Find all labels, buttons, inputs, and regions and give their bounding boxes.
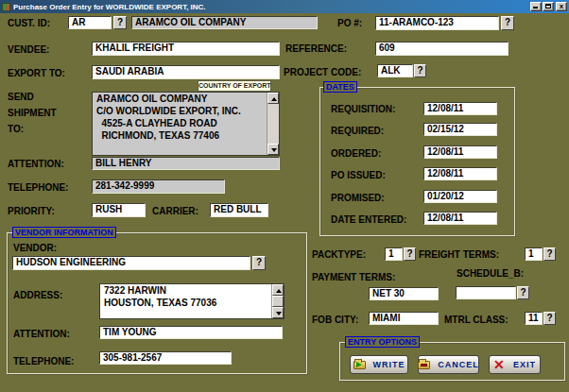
exit-button[interactable]: ✕EXIT bbox=[489, 355, 541, 374]
scroll-up-button[interactable] bbox=[267, 93, 279, 104]
ordered-label: ORDERED: bbox=[331, 148, 381, 159]
attention-field: BILL HENRY bbox=[92, 157, 280, 170]
cust-id-input[interactable]: AR bbox=[68, 16, 112, 29]
date-entered-label: DATE ENTERED: bbox=[331, 214, 406, 225]
payment-terms-label: PAYMENT TERMS: bbox=[312, 272, 395, 282]
po-issued-label: PO ISSUED: bbox=[331, 170, 386, 180]
address-scrollbar[interactable] bbox=[271, 284, 284, 318]
shipment-scrollbar[interactable] bbox=[267, 93, 279, 155]
close-button[interactable]: x bbox=[556, 2, 567, 11]
vendor-label: VENDOR: bbox=[13, 243, 57, 253]
schedule-b-input[interactable] bbox=[456, 286, 516, 299]
reference-input[interactable]: 609 bbox=[375, 42, 509, 56]
schedule-b-help-button[interactable]: ? bbox=[517, 286, 529, 299]
telephone-field: 281-342-9999 bbox=[92, 179, 225, 194]
packtype-label: PACKTYPE: bbox=[312, 249, 366, 260]
carrier-input[interactable]: RED BULL bbox=[210, 203, 268, 217]
send-shipment-label-3: TO: bbox=[8, 124, 24, 134]
send-shipment-label-2: SHIPMENT bbox=[8, 108, 57, 118]
write-button[interactable]: WRITE bbox=[350, 355, 408, 374]
promised-label: PROMISED: bbox=[331, 193, 385, 203]
payment-terms-input[interactable]: NET 30 bbox=[369, 287, 439, 300]
address-scroll-thumb[interactable] bbox=[272, 296, 284, 307]
scroll-down-button[interactable] bbox=[267, 144, 279, 155]
vendor-attention-label: ATTENTION: bbox=[13, 329, 70, 339]
freight-terms-input[interactable]: 1 bbox=[525, 247, 543, 261]
export-to-label: EXPORT TO: bbox=[8, 68, 65, 78]
mtrl-class-label: MTRL CLASS: bbox=[444, 315, 509, 325]
project-code-input[interactable]: ALK bbox=[377, 64, 413, 77]
po-number-input[interactable]: 11-ARAMCO-123 bbox=[375, 16, 499, 30]
exit-icon: ✕ bbox=[493, 360, 507, 370]
vendor-group-title: VENDOR INFORMATION bbox=[12, 227, 116, 238]
project-code-label: PROJECT CODE: bbox=[284, 67, 361, 77]
priority-input[interactable]: RUSH bbox=[92, 203, 146, 217]
purchase-order-window: Purchase Order Entry for WORLDWIDE EXPOR… bbox=[0, 0, 569, 392]
send-shipment-textarea[interactable]: ARAMCO OIL COMPANY C/O WORLDWIDE EXPORT,… bbox=[92, 92, 280, 156]
packtype-input[interactable]: 1 bbox=[385, 247, 403, 261]
requisition-label: REQUISITION: bbox=[331, 104, 395, 114]
packtype-help-button[interactable]: ? bbox=[404, 247, 416, 261]
freight-terms-help-button[interactable]: ? bbox=[543, 247, 556, 261]
close-icon: x bbox=[557, 2, 566, 10]
carrier-label: CARRIER: bbox=[152, 206, 198, 216]
po-number-label: PO #: bbox=[337, 18, 362, 28]
address-textarea[interactable]: 7322 HARWIN HOUSTON, TEXAS 77036 bbox=[99, 283, 284, 319]
send-shipment-label-1: SEND bbox=[8, 92, 34, 102]
vendor-telephone-label: TELEPHONE: bbox=[13, 356, 74, 366]
address-scroll-up[interactable] bbox=[272, 284, 284, 296]
fob-city-input[interactable]: MIAMI bbox=[369, 312, 439, 325]
entry-options-title: ENTRY OPTIONS bbox=[345, 336, 420, 348]
po-number-help-button[interactable]: ? bbox=[501, 16, 514, 30]
cancel-button[interactable]: CANCEL bbox=[418, 355, 479, 374]
freight-terms-label: FREIGHT TERMS: bbox=[419, 249, 499, 260]
address-scroll-down[interactable] bbox=[272, 307, 284, 318]
app-icon bbox=[2, 3, 10, 11]
cust-id-help-button[interactable]: ? bbox=[113, 16, 127, 29]
vendor-attention-input[interactable]: TIM YOUNG bbox=[99, 326, 283, 339]
schedule-b-label: SCHEDULE_B: bbox=[457, 268, 524, 279]
vendor-help-button[interactable]: ? bbox=[252, 256, 266, 270]
ordered-input[interactable]: 12/08/11 bbox=[423, 145, 497, 159]
restore-button[interactable] bbox=[543, 2, 554, 11]
dates-group-title: DATES bbox=[323, 81, 357, 93]
window-title: Purchase Order Entry for WORLDWIDE EXPOR… bbox=[13, 3, 206, 11]
po-issued-input[interactable]: 12/08/11 bbox=[423, 167, 497, 180]
cancel-icon bbox=[418, 360, 431, 370]
mtrl-class-input[interactable]: 11 bbox=[525, 312, 543, 325]
promised-input[interactable]: 01/20/12 bbox=[423, 190, 497, 203]
minimize-button[interactable] bbox=[530, 2, 542, 11]
title-bar: Purchase Order Entry for WORLDWIDE EXPOR… bbox=[0, 0, 569, 13]
cust-company-field: ARAMCO OIL COMPANY bbox=[131, 16, 318, 29]
required-label: REQUIRED: bbox=[331, 126, 384, 136]
address-label: ADDRESS: bbox=[13, 290, 62, 300]
minimize-icon bbox=[533, 7, 538, 9]
vendee-input[interactable]: KHALIL FREIGHT bbox=[92, 42, 280, 56]
priority-label: PRIORITY: bbox=[8, 206, 55, 216]
vendor-telephone-input[interactable]: 305-981-2567 bbox=[99, 351, 232, 365]
vendee-label: VENDEE: bbox=[8, 44, 49, 55]
vendor-input[interactable]: HUDSON ENGINEERING bbox=[12, 256, 250, 270]
write-icon bbox=[353, 360, 367, 370]
attention-label: ATTENTION: bbox=[8, 159, 64, 169]
export-to-input[interactable]: SAUDI ARABIA bbox=[92, 65, 280, 79]
date-entered-input[interactable]: 12/08/11 bbox=[423, 212, 497, 225]
required-input[interactable]: 02/15/12 bbox=[423, 123, 497, 136]
telephone-label: TELEPHONE: bbox=[8, 182, 68, 193]
requisition-input[interactable]: 12/08/11 bbox=[423, 102, 497, 115]
fob-city-label: FOB CITY: bbox=[312, 315, 358, 325]
mtrl-class-help-button[interactable]: ? bbox=[543, 312, 556, 325]
country-of-export-tooltip: COUNTRY OF EXPORT bbox=[198, 80, 271, 92]
project-code-help-button[interactable]: ? bbox=[414, 64, 426, 77]
reference-label: REFERENCE: bbox=[285, 43, 347, 54]
cust-id-label: CUST. ID: bbox=[8, 18, 50, 28]
